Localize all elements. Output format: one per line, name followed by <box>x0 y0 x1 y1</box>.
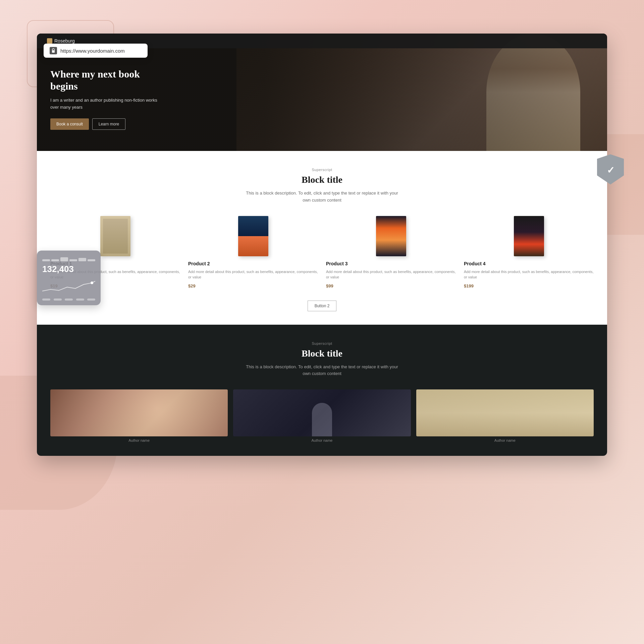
products-section: Superscript Block title This is a block … <box>37 151 607 325</box>
book-cover-1 <box>100 216 130 256</box>
book-cover-4 <box>514 216 544 256</box>
analytics-widget: 132,403 <box>37 251 101 305</box>
product-card-4: Product 4 Add more detail about this pro… <box>464 216 594 288</box>
gallery-caption-1: Author name <box>50 438 228 442</box>
bar-1 <box>42 259 50 261</box>
logo-text: Roseburg <box>54 38 75 44</box>
bar-2 <box>51 259 59 261</box>
products-superscript: Superscript <box>50 168 594 172</box>
product-card-3: Product 3 Add more detail about this pro… <box>326 216 456 288</box>
bar-5 <box>78 258 86 261</box>
gallery-item-2: Author name <box>233 389 411 442</box>
nav-logo: Roseburg <box>47 38 75 44</box>
hero-content: Where my next book begins I am a writer … <box>37 45 178 140</box>
bar-3 <box>60 257 68 261</box>
product-card-2: Product 2 Add more detail about this pro… <box>188 216 318 288</box>
url-bar[interactable]: https://www.yourdomain.com <box>44 44 148 58</box>
gallery-item-1: Author name <box>50 389 228 442</box>
analytics-chart <box>42 278 95 294</box>
gallery-caption-3: Author name <box>416 438 594 442</box>
logo-icon <box>47 38 52 44</box>
analytics-bars <box>42 257 95 261</box>
gallery-section: Superscript Block title This is a block … <box>37 325 607 456</box>
svg-point-1 <box>91 281 93 284</box>
product-price-3: $99 <box>326 283 456 288</box>
hero-title: Where my next book begins <box>50 68 164 92</box>
learn-more-button[interactable]: Learn more <box>92 118 125 130</box>
url-text: https://www.yourdomain.com <box>60 48 125 54</box>
hero-buttons: Book a consult Learn more <box>50 118 164 130</box>
bar-4 <box>69 259 77 261</box>
gallery-item-3: Author name <box>416 389 594 442</box>
browser-window: Roseburg Where my next book begins I am … <box>37 34 607 456</box>
book-consult-button[interactable]: Book a consult <box>50 118 89 130</box>
product-desc-3: Add more detail about this product, such… <box>326 269 456 280</box>
book-cover-2 <box>238 216 268 256</box>
button-2[interactable]: Button 2 <box>308 301 337 311</box>
product-price-2: $29 <box>188 283 318 288</box>
product-desc-4: Add more detail about this product, such… <box>464 269 594 280</box>
gallery-image-3 <box>416 389 594 436</box>
bar-6 <box>88 259 95 261</box>
lock-icon <box>50 47 57 54</box>
gallery-superscript: Superscript <box>50 341 594 345</box>
analytics-number: 132,403 <box>42 264 95 274</box>
gallery-caption-2: Author name <box>233 438 411 442</box>
products-description: This is a block description. To edit, cl… <box>245 190 399 204</box>
products-grid: Product 1 Add more detail about this pro… <box>50 216 594 288</box>
product-price-4: $199 <box>464 283 594 288</box>
book-cover-3 <box>376 216 406 256</box>
gallery-description: This is a block description. To edit, cl… <box>245 364 399 378</box>
products-title: Block title <box>50 174 594 185</box>
product-title-3: Product 3 <box>326 261 456 266</box>
product-title-4: Product 4 <box>464 261 594 266</box>
product-title-2: Product 2 <box>188 261 318 266</box>
product-desc-2: Add more detail about this product, such… <box>188 269 318 280</box>
svg-rect-0 <box>52 50 55 53</box>
website-content: Roseburg Where my next book begins I am … <box>37 34 607 456</box>
gallery-grid: Author name Author name Author name <box>50 389 594 442</box>
gallery-image-2 <box>233 389 411 436</box>
hero-subtitle: I am a writer and an author publishing n… <box>50 97 164 111</box>
analytics-dots <box>42 299 95 301</box>
gallery-title: Block title <box>50 348 594 359</box>
gallery-image-1 <box>50 389 228 436</box>
